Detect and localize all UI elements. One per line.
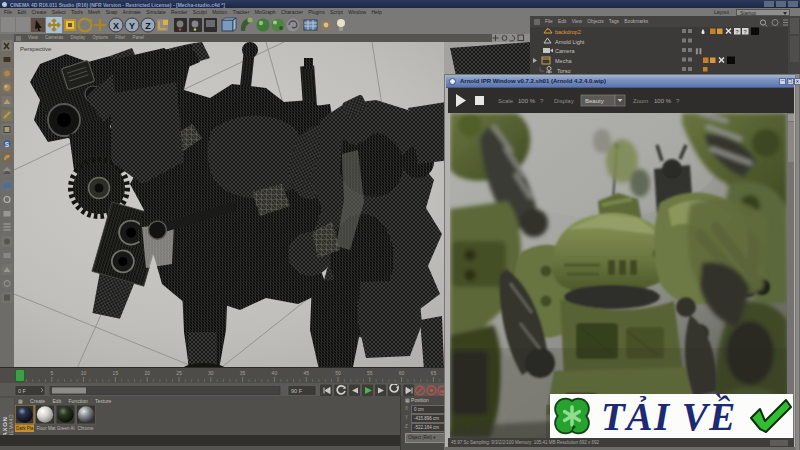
svg-text:50: 50	[335, 370, 341, 376]
svg-text:Display: Display	[554, 98, 574, 104]
svg-text:Beauty: Beauty	[585, 98, 604, 104]
svg-text:100 %: 100 %	[518, 98, 536, 104]
svg-text:10: 10	[81, 370, 87, 376]
svg-text:?: ?	[540, 98, 544, 104]
svg-text:25: 25	[176, 370, 182, 376]
svg-text:?: ?	[744, 29, 747, 35]
svg-text:Chrome: Chrome	[78, 426, 95, 431]
svg-text:?: ?	[676, 98, 680, 104]
svg-text:backdrop2: backdrop2	[555, 29, 581, 35]
svg-text:45: 45	[303, 370, 309, 376]
svg-text:Arnold Light: Arnold Light	[555, 39, 585, 45]
svg-text:15: 15	[113, 370, 119, 376]
svg-text:▌▌: ▌▌	[696, 48, 703, 55]
svg-text:Floor Mat: Floor Mat	[37, 426, 57, 431]
svg-text:Perspective: Perspective	[20, 46, 52, 52]
svg-text:55: 55	[367, 370, 373, 376]
svg-text:20: 20	[144, 370, 150, 376]
svg-text:Dark Pla: Dark Pla	[16, 426, 34, 431]
svg-text:Zoom: Zoom	[633, 98, 648, 104]
svg-text:60: 60	[399, 370, 405, 376]
svg-text:S: S	[5, 141, 10, 148]
svg-text:35: 35	[240, 370, 246, 376]
svg-text:Green Al: Green Al	[57, 426, 75, 431]
svg-text:Z: Z	[145, 21, 151, 31]
svg-text:5: 5	[50, 370, 53, 376]
svg-text:90 F: 90 F	[291, 388, 303, 394]
svg-text:X: X	[113, 21, 119, 31]
svg-text:Camera: Camera	[555, 48, 576, 54]
svg-text:?: ?	[736, 29, 739, 35]
svg-text:40: 40	[272, 370, 278, 376]
svg-text:Mecha: Mecha	[555, 58, 572, 64]
svg-text:65: 65	[431, 370, 437, 376]
svg-text:0 F: 0 F	[18, 388, 27, 394]
svg-text:Scale: Scale	[498, 98, 514, 104]
svg-text:30: 30	[208, 370, 214, 376]
svg-text:100 %: 100 %	[654, 98, 672, 104]
svg-text:Y: Y	[129, 21, 135, 31]
